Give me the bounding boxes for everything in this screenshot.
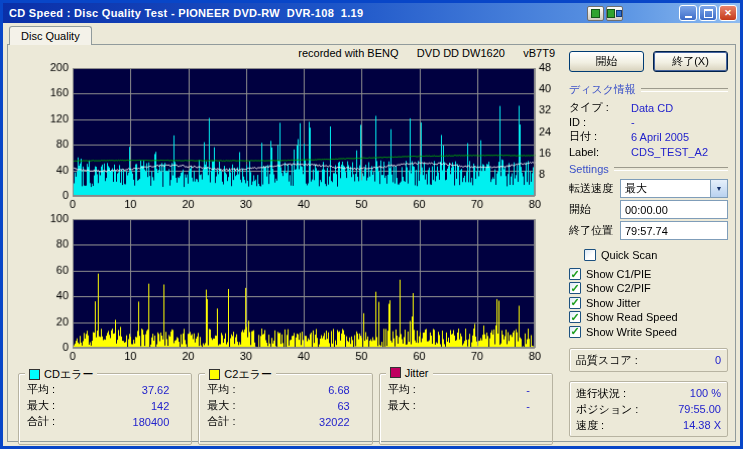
transfer-rate-row: 転送速度 最大 ▼ (569, 178, 728, 199)
c1-color-swatch (29, 369, 40, 380)
disc-id-value: - (631, 116, 635, 128)
position-row: ポジション : 79:55.00 (576, 401, 721, 417)
chevron-down-icon[interactable]: ▼ (710, 180, 727, 197)
quick-scan-checkbox[interactable]: ✓ (584, 249, 596, 261)
position-label: ポジション : (576, 402, 638, 417)
disc-quality-panel: recorded with BENQ DVD DD DW1620 vB7T9 C… (7, 44, 736, 442)
jitter-color-swatch (390, 367, 401, 378)
show-write-speed-row: ✓ Show Write Speed (569, 325, 728, 339)
start-position-value: 00:00.00 (625, 204, 668, 216)
minimize-button[interactable] (679, 5, 697, 21)
show-jitter-checkbox[interactable]: ✓ (569, 297, 581, 309)
disc-label-row: Label: CDS_TEST_A2 (569, 144, 728, 158)
show-read-speed-row: ✓ Show Read Speed (569, 310, 728, 324)
action-buttons: 開始 終了(X) (569, 51, 728, 72)
show-c2-pif-label: Show C2/PIF (586, 282, 651, 294)
quick-scan-row: ✓ Quick Scan (584, 247, 728, 261)
jitter-legend: Jitter 平均 : - 最大 : - (379, 373, 553, 445)
start-button[interactable]: 開始 (569, 51, 644, 72)
quick-scan-label: Quick Scan (601, 249, 657, 261)
progress-row: 進行状況 : 100 % (576, 385, 721, 401)
section-divider (641, 88, 728, 92)
show-c2-pif-checkbox[interactable]: ✓ (569, 282, 581, 294)
max-label: 最大 : (27, 398, 55, 413)
max-label: 最大 : (388, 398, 416, 413)
window-controls: ✕ (679, 5, 737, 21)
c1-legend-title: CDエラー (25, 367, 97, 382)
c1-error-chart (10, 61, 561, 212)
show-c1-pie-checkbox[interactable]: ✓ (569, 268, 581, 280)
end-position-value: 79:57.74 (625, 225, 668, 237)
close-button[interactable]: ✕ (719, 5, 737, 21)
legend-row: CDエラー 平均 : 37.62 最大 : 142 合計 : 180400 (18, 373, 553, 445)
average-value: - (526, 384, 530, 396)
show-read-speed-label: Show Read Speed (586, 311, 678, 323)
minimize-icon (685, 16, 692, 18)
window-title: CD Speed : Disc Quality Test - PIONEER D… (9, 7, 587, 19)
max-label: 最大 : (207, 398, 235, 413)
show-jitter-label: Show Jitter (586, 297, 640, 309)
quality-score-label: 品質スコア : (576, 353, 638, 368)
recorded-with-label: recorded with BENQ DVD DD DW1620 vB7T9 (10, 47, 561, 61)
total-value: 32022 (319, 416, 350, 428)
c2-error-chart (10, 212, 561, 363)
speed-label: 速度 : (576, 418, 604, 433)
jitter-average-row: 平均 : - (386, 382, 546, 398)
total-label: 合計 : (27, 414, 55, 429)
c2-legend-title: C2エラー (205, 367, 276, 382)
quality-score-box: 品質スコア : 0 (569, 348, 728, 372)
progress-value: 100 % (690, 387, 721, 399)
start-position-row: 開始 00:00.00 (569, 199, 728, 220)
average-label: 平均 : (27, 382, 55, 397)
app-window: CD Speed : Disc Quality Test - PIONEER D… (0, 0, 743, 449)
average-value: 6.68 (328, 384, 349, 396)
disc-id-row: ID : - (569, 115, 728, 129)
settings-heading: Settings (569, 163, 728, 175)
tab-label: Disc Quality (21, 30, 80, 42)
c1-legend-title-text: CDエラー (44, 367, 93, 382)
disc-info-heading-text: ディスク情報 (569, 82, 636, 97)
speed-row: 速度 : 14.38 X (576, 417, 721, 433)
exit-button[interactable]: 終了(X) (653, 51, 728, 72)
transfer-rate-value: 最大 (621, 180, 710, 197)
titlebar[interactable]: CD Speed : Disc Quality Test - PIONEER D… (3, 3, 740, 23)
transfer-rate-select[interactable]: 最大 ▼ (620, 179, 728, 198)
check-icon: ✓ (570, 297, 579, 307)
end-position-label: 終了位置 (569, 223, 613, 238)
c2-error-legend: C2エラー 平均 : 6.68 最大 : 63 合計 : 32022 (198, 373, 372, 445)
disc-date-value: 6 April 2005 (631, 131, 689, 143)
green-blue-window-icon[interactable] (606, 6, 623, 21)
maximize-button[interactable] (699, 5, 717, 21)
end-position-input[interactable]: 79:57.74 (620, 221, 728, 240)
check-icon: ✓ (570, 312, 579, 322)
speed-value: 14.38 X (683, 419, 721, 431)
jitter-legend-title: Jitter (386, 367, 433, 379)
c1-total-row: 合計 : 180400 (25, 414, 185, 430)
show-c1-pie-label: Show C1/PIE (586, 268, 651, 280)
disc-date-label: 日付 : (569, 129, 631, 144)
disc-id-label: ID : (569, 116, 631, 128)
section-divider (614, 167, 728, 171)
c2-average-row: 平均 : 6.68 (205, 382, 365, 398)
tabstrip: Disc Quality (7, 26, 736, 45)
start-position-input[interactable]: 00:00.00 (620, 200, 728, 219)
show-write-speed-checkbox[interactable]: ✓ (569, 326, 581, 338)
check-icon: ✓ (570, 269, 579, 279)
progress-label: 進行状況 : (576, 386, 626, 401)
disc-label-label: Label: (569, 146, 631, 158)
tab-disc-quality[interactable]: Disc Quality (9, 26, 92, 45)
c2-total-row: 合計 : 32022 (205, 414, 365, 430)
jitter-legend-title-text: Jitter (405, 367, 429, 379)
control-sidebar: 開始 終了(X) ディスク情報 タイプ : Data CD ID : - 日付 … (561, 45, 735, 441)
show-write-speed-label: Show Write Speed (586, 326, 677, 338)
titlebar-extra-icons (587, 6, 623, 21)
end-position-row: 終了位置 79:57.74 (569, 220, 728, 241)
disc-type-value: Data CD (631, 102, 673, 114)
green-window-icon[interactable] (587, 6, 604, 21)
c2-legend-title-text: C2エラー (224, 367, 272, 382)
show-read-speed-checkbox[interactable]: ✓ (569, 311, 581, 323)
settings-heading-text: Settings (569, 163, 609, 175)
progress-box: 進行状況 : 100 % ポジション : 79:55.00 速度 : 14.38… (569, 381, 728, 437)
show-c2-pif-row: ✓ Show C2/PIF (569, 281, 728, 295)
disc-date-row: 日付 : 6 April 2005 (569, 129, 728, 144)
